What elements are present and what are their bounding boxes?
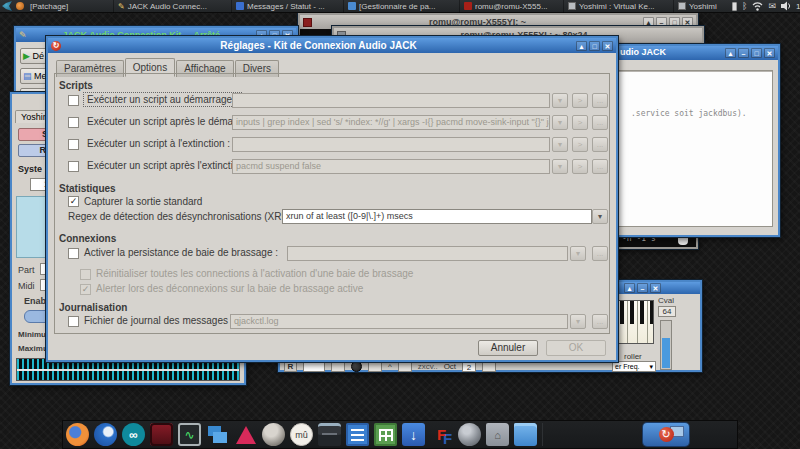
arduino-icon[interactable]: ∞ bbox=[122, 423, 145, 446]
f-gear-icon[interactable]: F bbox=[430, 423, 453, 446]
patchage-icon[interactable] bbox=[16, 2, 24, 10]
shutdown-script-browse-button[interactable]: ... bbox=[592, 137, 608, 152]
log-file-combo[interactable]: qjackctl.log bbox=[230, 314, 568, 329]
log-file-checkbox[interactable] bbox=[68, 316, 79, 327]
startup-script-run-button[interactable]: > bbox=[572, 93, 588, 108]
xrun-regex-dropdown-button[interactable]: ▾ bbox=[592, 209, 608, 224]
post-shutdown-script-checkbox[interactable] bbox=[68, 161, 79, 172]
thunderbird-icon[interactable] bbox=[94, 423, 117, 446]
qjackctl-active-icon[interactable]: ↻ bbox=[643, 423, 689, 446]
taskbar-item-package-manager[interactable]: [Gestionnaire de pa... bbox=[344, 0, 460, 13]
shutdown-script-run-button[interactable]: > bbox=[572, 137, 588, 152]
taskbar-item-messages[interactable]: Messages / Statut - ... bbox=[232, 0, 344, 13]
mail-icon[interactable]: ✉ bbox=[768, 0, 776, 13]
triangle-app-icon[interactable] bbox=[234, 423, 257, 446]
dialog-titlebar[interactable]: ↻ Réglages - Kit de Connexion Audio JACK… bbox=[48, 38, 616, 53]
close-button[interactable]: ✕ bbox=[764, 48, 775, 58]
wifi-icon[interactable] bbox=[752, 1, 763, 11]
post-shutdown-script-run-button[interactable]: > bbox=[572, 159, 588, 174]
bluefish-icon[interactable] bbox=[206, 423, 229, 446]
patchbay-persist-label[interactable]: Activer la persistance de baie de brassa… bbox=[84, 247, 278, 258]
post-startup-script-dropdown-button[interactable]: ▾ bbox=[552, 115, 568, 130]
vkb-piano[interactable] bbox=[616, 300, 654, 344]
xrun-regex-combo[interactable]: xrun of at least ([0-9|\.]+) msecs bbox=[282, 209, 592, 224]
vkb-cval-field[interactable]: 64 bbox=[658, 306, 676, 317]
vkb-knob[interactable] bbox=[351, 361, 362, 372]
vkb-spin-3[interactable] bbox=[368, 362, 382, 372]
vkb-freq-combo[interactable]: er Freq. ▾ bbox=[612, 361, 656, 372]
vkb-oct-field[interactable]: 2 bbox=[462, 362, 476, 372]
maximize-button[interactable]: □ bbox=[589, 41, 600, 51]
maximize-button[interactable]: □ bbox=[751, 48, 762, 58]
vkb-slider-track[interactable] bbox=[660, 320, 672, 370]
post-startup-script-checkbox[interactable] bbox=[68, 117, 79, 128]
taskbar-item-patchage[interactable]: [Patchage] bbox=[26, 0, 114, 13]
download-icon[interactable]: ↓ bbox=[402, 423, 425, 446]
minimize-button[interactable]: – bbox=[637, 283, 648, 293]
yoshimi-midi-label: Midi bbox=[18, 281, 35, 291]
pencil-icon: ✎ bbox=[118, 2, 125, 10]
startup-script-checkbox[interactable] bbox=[68, 95, 79, 106]
startup-script-label[interactable]: Exécuter un script au démarrage : bbox=[84, 93, 241, 106]
shade-button[interactable]: ▴ bbox=[725, 48, 736, 58]
post-shutdown-script-combo[interactable]: pacmd suspend false bbox=[232, 159, 550, 174]
globe-icon[interactable] bbox=[458, 423, 481, 446]
vkb-spin-5[interactable] bbox=[482, 362, 496, 372]
patchbay-persist-browse-button[interactable]: ... bbox=[592, 246, 608, 261]
minimize-button[interactable]: – bbox=[738, 48, 749, 58]
taskbar-item-qjackctl[interactable]: ✎ JACK Audio Connec... bbox=[114, 0, 232, 13]
post-startup-script-run-button[interactable]: > bbox=[572, 115, 588, 130]
shutdown-script-combo[interactable] bbox=[232, 137, 550, 152]
gimp-icon[interactable] bbox=[262, 423, 285, 446]
messages-icon bbox=[236, 2, 244, 10]
writer-document-icon[interactable] bbox=[346, 423, 369, 446]
musescore-icon[interactable]: mû bbox=[290, 423, 313, 446]
shutdown-script-label[interactable]: Exécuter un script à l'extinction : bbox=[87, 138, 230, 149]
post-shutdown-script-browse-button[interactable]: ... bbox=[592, 159, 608, 174]
logging-group-title: Journalisation bbox=[59, 302, 127, 313]
post-shutdown-script-label[interactable]: Exécuter un script après l'extinction : bbox=[87, 160, 250, 171]
battery-icon[interactable] bbox=[732, 2, 737, 11]
vkb-spin-4[interactable] bbox=[398, 362, 412, 372]
close-button[interactable]: ✕ bbox=[602, 41, 613, 51]
log-file-label[interactable]: Fichier de journal des messages : bbox=[84, 315, 234, 326]
volume-icon[interactable] bbox=[781, 1, 792, 11]
startup-script-combo[interactable] bbox=[232, 93, 550, 108]
post-startup-script-combo[interactable]: inputs | grep index | sed 's/ *index: */… bbox=[232, 115, 550, 130]
home-folder-icon[interactable]: ⌂ bbox=[486, 423, 509, 446]
startup-script-browse-button[interactable]: ... bbox=[592, 93, 608, 108]
post-startup-script-browse-button[interactable]: ... bbox=[592, 115, 608, 130]
taskbar-item-yoshimi[interactable]: Yoshimi bbox=[674, 0, 732, 13]
shade-button[interactable]: ▴ bbox=[576, 41, 587, 51]
shutdown-script-dropdown-button[interactable]: ▾ bbox=[552, 137, 568, 152]
spreadsheet-icon[interactable] bbox=[374, 423, 397, 446]
taskbar-item-yoshimi-vk[interactable]: Yoshimi : Virtual Ke... bbox=[564, 0, 674, 13]
log-file-browse-button[interactable]: ... bbox=[592, 314, 608, 329]
shade-button[interactable]: ▴ bbox=[624, 283, 635, 293]
startup-script-dropdown-button[interactable]: ▾ bbox=[552, 93, 568, 108]
folder-icon[interactable] bbox=[514, 423, 537, 446]
vkb-r-button[interactable]: R bbox=[284, 361, 297, 372]
close-button[interactable]: ✕ bbox=[650, 283, 661, 293]
vkb-keys-hint: zxcv.. bbox=[418, 362, 438, 371]
capture-stdout-label[interactable]: Capturer la sortie standard bbox=[84, 196, 202, 207]
vkb-spin-2[interactable] bbox=[331, 362, 345, 372]
system-monitor-icon[interactable]: ∿ bbox=[178, 423, 201, 446]
patchbay-persist-combo[interactable] bbox=[287, 246, 568, 261]
cancel-button[interactable]: Annuler bbox=[478, 340, 538, 356]
capture-stdout-checkbox[interactable]: ✓ bbox=[68, 196, 79, 207]
taskbar-item-terminal[interactable]: romu@romu-X555... bbox=[460, 0, 564, 13]
app-menu-icon[interactable] bbox=[2, 1, 12, 11]
patchbay-persist-dropdown-button[interactable]: ▾ bbox=[570, 246, 586, 261]
clock[interactable]: 15 janv., 23:04 bbox=[796, 2, 800, 11]
patchbay-persist-checkbox[interactable] bbox=[68, 248, 79, 259]
hydrogen-icon[interactable] bbox=[150, 423, 173, 446]
shutdown-script-checkbox[interactable] bbox=[68, 139, 79, 150]
post-shutdown-script-dropdown-button[interactable]: ▾ bbox=[552, 159, 568, 174]
firefox-icon[interactable] bbox=[66, 423, 89, 446]
vkb-spin-1[interactable] bbox=[303, 362, 325, 372]
log-file-dropdown-button[interactable]: ▾ bbox=[570, 314, 586, 329]
settings-dialog[interactable]: ↻ Réglages - Kit de Connexion Audio JACK… bbox=[46, 36, 618, 362]
bluetooth-icon[interactable]: ᛒ bbox=[742, 0, 747, 13]
calculator-icon[interactable] bbox=[318, 423, 341, 446]
